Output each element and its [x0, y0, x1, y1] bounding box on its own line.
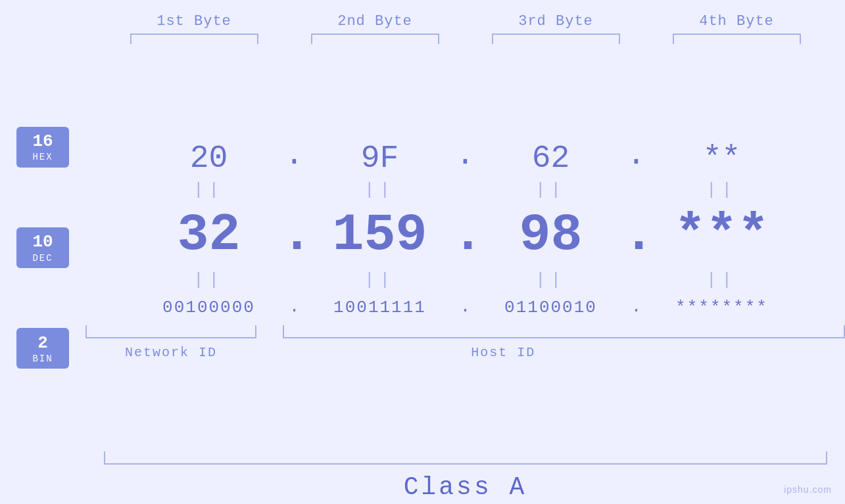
- bin-badge: 2 BIN: [16, 328, 69, 369]
- bin-badge-label: BIN: [32, 354, 53, 364]
- dec-badge-num: 10: [32, 232, 53, 252]
- eq1-3: ||: [479, 179, 623, 201]
- hex-value-1: 20: [137, 131, 281, 179]
- network-id-label: Network ID: [125, 345, 217, 360]
- eq2-3: ||: [479, 269, 623, 291]
- body-section: 16 HEX 10 DEC 2 BIN 20 . 9F . 62 . **: [0, 44, 845, 451]
- eq1-4: ||: [650, 179, 794, 201]
- hex-badge: 16 HEX: [16, 127, 69, 168]
- hex-dot-3: .: [623, 137, 650, 173]
- bin-row: 00100000 . 10011111 . 01100010 . *******…: [85, 291, 845, 323]
- byte-headers-row: 1st Byte 2nd Byte 3rd Byte 4th Byte: [104, 13, 827, 30]
- dec-dot-3: .: [623, 205, 650, 265]
- hex-badge-num: 16: [32, 131, 53, 152]
- bin-dot-1: .: [281, 297, 308, 317]
- dec-dot-2: .: [452, 205, 479, 265]
- bracket-top-1: [130, 34, 258, 44]
- bracket-top-2: [311, 34, 439, 44]
- dec-value-2: 159: [308, 201, 452, 269]
- eq2-4: ||: [650, 269, 794, 291]
- values-grid: 20 . 9F . 62 . ** || || || || 32: [85, 131, 845, 365]
- class-section: Class A: [104, 451, 827, 504]
- bracket-host: [283, 325, 845, 338]
- class-label: Class A: [404, 473, 527, 501]
- bracket-top-4: [673, 34, 801, 44]
- byte-header-3: 3rd Byte: [483, 13, 628, 30]
- bin-dot-3: .: [623, 297, 650, 317]
- dec-dot-1: .: [281, 205, 308, 265]
- hex-value-4: **: [650, 131, 794, 179]
- class-bracket: [104, 451, 827, 465]
- hex-badge-label: HEX: [32, 152, 53, 162]
- equals-row-2: || || || ||: [85, 269, 845, 291]
- eq1-1: ||: [137, 179, 281, 201]
- dec-badge: 10 DEC: [16, 227, 69, 268]
- hex-row: 20 . 9F . 62 . **: [85, 131, 845, 179]
- bin-value-4: ********: [650, 291, 794, 323]
- dec-row: 32 . 159 . 98 . ***: [85, 201, 845, 269]
- equals-row-1: || || || ||: [85, 179, 845, 201]
- dec-value-1: 32: [137, 201, 281, 269]
- bottom-brackets-section: Network ID Host ID: [85, 325, 845, 365]
- hex-dot-1: .: [281, 137, 308, 173]
- eq2-2: ||: [308, 269, 452, 291]
- dec-value-3: 98: [479, 201, 623, 269]
- byte-header-2: 2nd Byte: [302, 13, 447, 30]
- bin-value-2: 10011111: [308, 291, 452, 323]
- byte-header-1: 1st Byte: [122, 13, 266, 30]
- host-id-label: Host ID: [471, 345, 535, 360]
- bin-dot-2: .: [452, 297, 479, 317]
- eq2-1: ||: [137, 269, 281, 291]
- hex-dot-2: .: [452, 137, 479, 173]
- dec-value-4: ***: [650, 201, 794, 269]
- top-brackets: [104, 34, 827, 44]
- bracket-network: [85, 325, 256, 338]
- dec-badge-label: DEC: [32, 253, 53, 263]
- base-badges-column: 16 HEX 10 DEC 2 BIN: [0, 83, 85, 412]
- hex-value-2: 9F: [308, 131, 452, 179]
- watermark: ipshu.com: [784, 484, 832, 495]
- bracket-top-3: [492, 34, 620, 44]
- hex-value-3: 62: [479, 131, 623, 179]
- bin-value-1: 00100000: [137, 291, 281, 323]
- main-container: 1st Byte 2nd Byte 3rd Byte 4th Byte 16 H…: [0, 0, 845, 504]
- bin-value-3: 01100010: [479, 291, 623, 323]
- byte-header-4: 4th Byte: [664, 13, 809, 30]
- bin-badge-num: 2: [37, 333, 48, 354]
- eq1-2: ||: [308, 179, 452, 201]
